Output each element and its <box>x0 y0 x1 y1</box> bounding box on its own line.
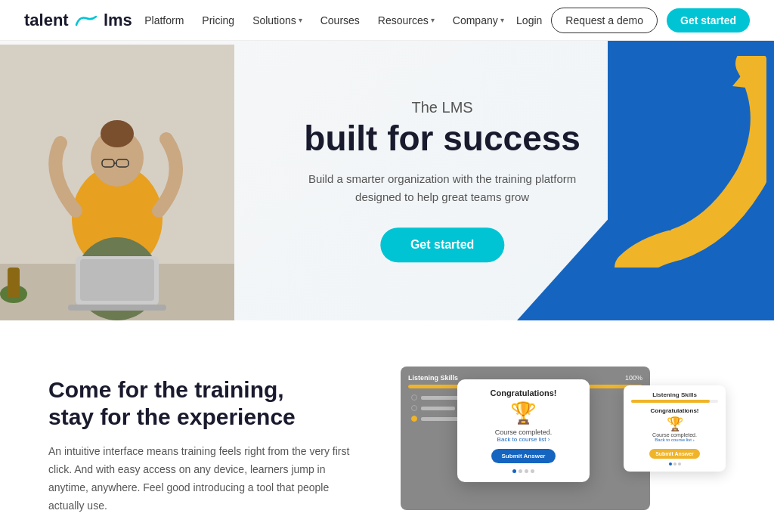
svg-rect-14 <box>68 305 166 311</box>
request-demo-button[interactable]: Request a demo <box>551 8 658 33</box>
nav-platform[interactable]: Platform <box>144 14 184 26</box>
nav-solutions[interactable]: Solutions ▾ <box>252 14 302 26</box>
section2-body: An intuitive interface means training fe… <box>48 443 366 515</box>
chevron-down-icon: ▾ <box>431 16 435 24</box>
nav-resources[interactable]: Resources ▾ <box>378 14 435 26</box>
mock-mobile-btn: Submit Answer <box>649 449 700 459</box>
hero-content: The LMS built for success Build a smarte… <box>304 99 580 262</box>
mock-modal-submit-btn: Submit Answer <box>491 449 556 463</box>
hero-subtitle: The LMS <box>304 99 580 116</box>
login-button[interactable]: Login <box>516 14 542 26</box>
mobile-trophy-icon: 🏆 <box>631 416 718 432</box>
logo[interactable]: talent lms <box>24 11 132 30</box>
nav-links: Platform Pricing Solutions ▾ Courses Res… <box>144 14 504 26</box>
nav-actions: Login Request a demo Get started <box>516 8 750 33</box>
hero-image <box>0 45 234 320</box>
svg-rect-3 <box>8 268 20 298</box>
section-experience: Come for the training, stay for the expe… <box>0 320 774 532</box>
get-started-nav-button[interactable]: Get started <box>667 8 750 32</box>
mock-ui-container: Listening Skills 100% … <box>401 363 726 529</box>
mock-modal-title: Congratulations! <box>468 388 579 397</box>
mock-mobile-congrats: Congratulations! <box>631 407 718 414</box>
section2-heading: Come for the training, stay for the expe… <box>48 376 366 431</box>
logo-wordmark: talent lms <box>24 11 132 30</box>
mock-mobile-title: Listening Skills <box>631 391 718 398</box>
nav-company[interactable]: Company ▾ <box>453 14 504 26</box>
mock-mobile-sub: Course completed. <box>631 432 718 438</box>
chevron-down-icon: ▾ <box>299 16 302 24</box>
mock-modal: Congratulations! 🏆 Course completed. Bac… <box>457 379 590 482</box>
mock-mobile-link: Back to course list › <box>631 438 718 442</box>
hero-get-started-button[interactable]: Get started <box>380 227 504 262</box>
mock-modal-dots <box>468 469 579 473</box>
mock-modal-course: Course completed. <box>468 428 579 436</box>
mock-modal-link: Back to course list › <box>468 436 579 443</box>
hero-orange-arrow <box>600 56 751 252</box>
mock-mobile-card: Listening Skills Congratulations! 🏆 Cour… <box>624 385 726 472</box>
chevron-down-icon: ▾ <box>500 16 504 24</box>
section2-visual: Listening Skills 100% … <box>401 363 726 529</box>
trophy-icon: 🏆 <box>468 401 579 425</box>
hero-title: built for success <box>304 119 580 158</box>
mock-panel-progress-label: 100% <box>625 374 642 382</box>
svg-rect-13 <box>80 259 154 301</box>
nav-courses[interactable]: Courses <box>320 14 360 26</box>
navbar: talent lms Platform Pricing Solutions ▾ … <box>0 0 774 41</box>
hero-section: The LMS built for success Build a smarte… <box>0 41 774 320</box>
hero-description: Build a smarter organization with the tr… <box>304 170 580 206</box>
nav-pricing[interactable]: Pricing <box>202 14 234 26</box>
section2-text-block: Come for the training, stay for the expe… <box>48 376 366 515</box>
mock-panel-title: Listening Skills <box>408 374 458 382</box>
svg-point-7 <box>101 120 134 147</box>
